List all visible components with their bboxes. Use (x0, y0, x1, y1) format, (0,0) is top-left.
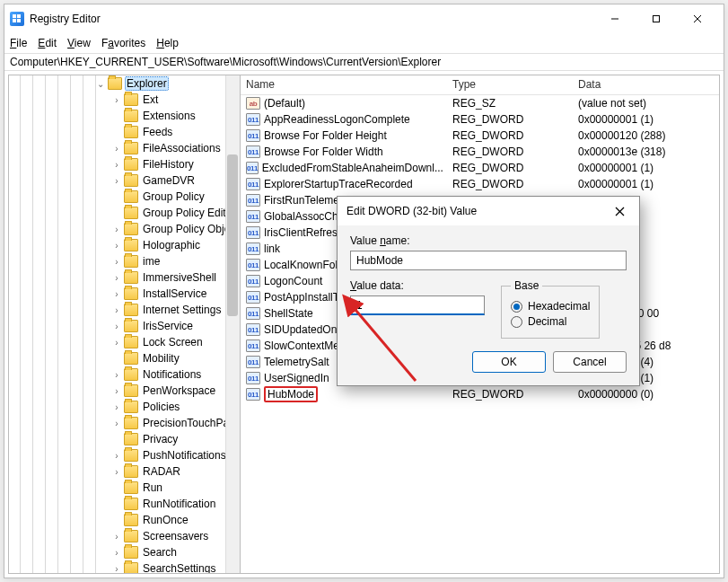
value-name: LogonCount (264, 275, 322, 287)
chevron-right-icon[interactable]: › (111, 419, 122, 428)
value-row[interactable]: ab(Default)REG_SZ(value not set) (241, 95, 719, 111)
menu-help[interactable]: Help (156, 37, 179, 49)
column-type[interactable]: Type (447, 75, 573, 94)
tree-item-group-policy-editor[interactable]: Group Policy Editor (9, 205, 240, 221)
value-name: GlobalAssocCha (264, 210, 344, 223)
chevron-right-icon[interactable]: › (111, 451, 122, 461)
tree-item-policies[interactable]: ›Policies (9, 399, 240, 415)
value-data-input[interactable] (350, 295, 485, 315)
value-name-input[interactable] (350, 251, 627, 270)
chevron-right-icon[interactable]: › (111, 532, 122, 542)
tree-item-run[interactable]: Run (9, 480, 240, 496)
value-row[interactable]: 011HubModeREG_DWORD0x00000000 (0) (241, 386, 719, 402)
chevron-right-icon[interactable]: › (111, 386, 122, 396)
folder-icon (124, 514, 138, 526)
tree-item-label: FileHistory (141, 158, 196, 171)
tree-item-holographic[interactable]: ›Holographic (9, 237, 240, 253)
tree-item-label: PrecisionTouchPad (141, 417, 237, 429)
tree-pane[interactable]: ⌄Explorer›ExtExtensionsFeeds›FileAssocia… (9, 75, 241, 573)
tree-item-notifications[interactable]: ›Notifications (9, 366, 240, 383)
chevron-right-icon[interactable]: › (111, 241, 122, 251)
value-type: REG_DWORD (447, 178, 573, 190)
tree-item-label: Extensions (141, 110, 197, 122)
maximize-button[interactable] (636, 4, 677, 33)
value-row[interactable]: 011ExplorerStartupTraceRecordedREG_DWORD… (241, 176, 719, 192)
value-name: ExplorerStartupTraceRecorded (264, 178, 413, 190)
column-name[interactable]: Name (241, 75, 447, 94)
chevron-right-icon[interactable]: › (111, 338, 122, 348)
chevron-right-icon[interactable]: › (111, 273, 122, 283)
tree-item-explorer[interactable]: ⌄Explorer (9, 75, 240, 92)
tree-item-precisiontouchpad[interactable]: ›PrecisionTouchPad (9, 415, 240, 431)
chevron-right-icon[interactable]: › (111, 548, 122, 558)
tree-scrollbar[interactable] (225, 75, 240, 573)
tree-scrollbar-thumb[interactable] (227, 154, 238, 316)
chevron-right-icon[interactable]: › (111, 160, 122, 170)
reg-dword-icon: 011 (246, 226, 260, 239)
chevron-right-icon[interactable]: › (111, 144, 122, 154)
tree-item-extensions[interactable]: Extensions (9, 108, 240, 124)
tree-item-search[interactable]: ›Search (9, 544, 240, 560)
tree-item-runnotification[interactable]: RunNotification (9, 496, 240, 512)
tree-item-immersiveshell[interactable]: ›ImmersiveShell (9, 269, 240, 286)
tree-item-installservice[interactable]: ›InstallService (9, 286, 240, 302)
chevron-right-icon[interactable]: › (111, 370, 122, 380)
chevron-right-icon[interactable]: › (111, 564, 122, 574)
tree-item-mobility[interactable]: Mobility (9, 350, 240, 366)
address-bar[interactable]: Computer\HKEY_CURRENT_USER\Software\Micr… (4, 53, 724, 71)
column-data[interactable]: Data (573, 75, 719, 94)
chevron-right-icon[interactable]: › (111, 305, 122, 315)
dialog-titlebar[interactable]: Edit DWORD (32-bit) Value (338, 197, 639, 225)
chevron-down-icon[interactable]: ⌄ (95, 79, 106, 89)
chevron-right-icon[interactable]: › (111, 176, 122, 186)
ok-button[interactable]: OK (472, 351, 546, 373)
minimize-button[interactable] (594, 4, 636, 33)
menu-file[interactable]: File (10, 37, 27, 49)
chevron-right-icon[interactable]: › (111, 95, 122, 105)
tree-item-internet-settings[interactable]: ›Internet Settings (9, 302, 240, 318)
chevron-right-icon[interactable]: › (111, 289, 122, 299)
tree-item-irisservice[interactable]: ›IrisService (9, 318, 240, 334)
chevron-right-icon[interactable]: › (111, 402, 122, 412)
radio-decimal[interactable]: Decimal (511, 315, 590, 328)
folder-icon (124, 368, 138, 381)
tree-item-group-policy[interactable]: Group Policy (9, 189, 240, 205)
chevron-right-icon[interactable]: › (111, 322, 122, 331)
tree-item-ime[interactable]: ›ime (9, 253, 240, 269)
tree-item-searchsettings[interactable]: ›SearchSettings (9, 560, 240, 573)
tree-item-group-policy-objec[interactable]: ›Group Policy Objec (9, 221, 240, 237)
tree-item-penworkspace[interactable]: ›PenWorkspace (9, 383, 240, 399)
value-name: SlowContextMe (264, 340, 339, 352)
tree-item-gamedvr[interactable]: ›GameDVR (9, 172, 240, 189)
tree-item-fileassociations[interactable]: ›FileAssociations (9, 140, 240, 156)
radio-hexadecimal[interactable]: Hexadecimal (511, 300, 590, 313)
value-row[interactable]: 011Browse For Folder WidthREG_DWORD0x000… (241, 144, 719, 160)
value-row[interactable]: 011AppReadinessLogonCompleteREG_DWORD0x0… (241, 111, 719, 128)
folder-icon (124, 223, 138, 235)
close-button[interactable] (677, 4, 718, 33)
titlebar[interactable]: Registry Editor (4, 4, 724, 33)
chevron-right-icon[interactable]: › (111, 257, 122, 267)
tree-item-screensavers[interactable]: ›Screensavers (9, 528, 240, 544)
tree-item-filehistory[interactable]: ›FileHistory (9, 156, 240, 172)
value-type: REG_DWORD (447, 113, 573, 126)
value-data-label: Value data: (350, 279, 485, 292)
chevron-right-icon[interactable]: › (111, 467, 122, 477)
tree-item-pushnotifications[interactable]: ›PushNotifications (9, 447, 240, 463)
menu-edit[interactable]: Edit (38, 37, 57, 49)
menu-view[interactable]: View (67, 37, 91, 49)
tree-item-privacy[interactable]: Privacy (9, 431, 240, 447)
value-row[interactable]: 011ExcludedFromStableAnaheimDownl...REG_… (241, 160, 719, 176)
tree-item-radar[interactable]: ›RADAR (9, 463, 240, 480)
folder-icon (124, 465, 138, 478)
cancel-button[interactable]: Cancel (553, 351, 627, 373)
tree-item-lock-screen[interactable]: ›Lock Screen (9, 334, 240, 350)
dialog-close-button[interactable] (609, 200, 630, 222)
menu-favorites[interactable]: Favorites (101, 37, 145, 49)
value-type: REG_DWORD (447, 388, 573, 401)
chevron-right-icon[interactable]: › (111, 225, 122, 234)
tree-item-feeds[interactable]: Feeds (9, 124, 240, 140)
tree-item-runonce[interactable]: RunOnce (9, 512, 240, 528)
tree-item-ext[interactable]: ›Ext (9, 92, 240, 108)
value-row[interactable]: 011Browse For Folder HeightREG_DWORD0x00… (241, 128, 719, 144)
